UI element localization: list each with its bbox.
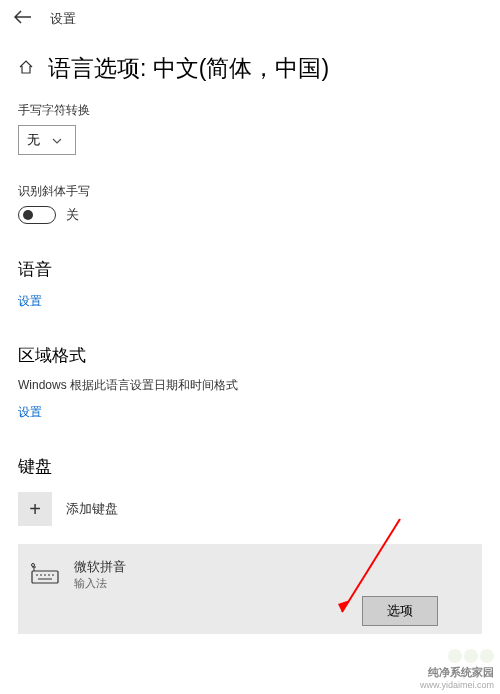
italic-handwriting-label: 识别斜体手写 xyxy=(18,183,482,200)
watermark: 纯净系统家园 www.yidaimei.com xyxy=(420,649,494,690)
svg-rect-0 xyxy=(32,571,58,583)
italic-handwriting-toggle[interactable] xyxy=(18,206,56,224)
handwriting-conversion-dropdown[interactable]: 无 xyxy=(18,125,76,155)
toggle-state-label: 关 xyxy=(66,206,79,224)
region-settings-link[interactable]: 设置 xyxy=(18,404,42,421)
page-title: 语言选项: 中文(简体，中国) xyxy=(48,53,329,84)
speech-heading: 语音 xyxy=(18,258,482,281)
keyboard-heading: 键盘 xyxy=(18,455,482,478)
plus-icon: + xyxy=(18,492,52,526)
region-heading: 区域格式 xyxy=(18,344,482,367)
home-icon[interactable] xyxy=(18,59,34,79)
dropdown-value: 无 xyxy=(27,131,40,149)
watermark-url: www.yidaimei.com xyxy=(420,680,494,690)
keyboard-item-subtitle: 输入法 xyxy=(74,576,126,591)
options-button[interactable]: 选项 xyxy=(362,596,438,626)
handwriting-conversion-label: 手写字符转换 xyxy=(18,102,482,119)
chevron-down-icon xyxy=(52,135,62,146)
keyboard-item[interactable]: 微软拼音 输入法 选项 xyxy=(18,544,482,634)
add-keyboard-button[interactable]: + 添加键盘 xyxy=(18,492,482,526)
keyboard-icon xyxy=(30,563,60,585)
watermark-logo-icon xyxy=(420,649,494,663)
region-description: Windows 根据此语言设置日期和时间格式 xyxy=(18,377,482,394)
back-button[interactable] xyxy=(14,8,32,29)
keyboard-item-name: 微软拼音 xyxy=(74,558,126,576)
speech-settings-link[interactable]: 设置 xyxy=(18,293,42,310)
add-keyboard-label: 添加键盘 xyxy=(66,500,118,518)
svg-point-7 xyxy=(32,564,35,567)
app-title: 设置 xyxy=(50,10,76,28)
toggle-knob xyxy=(23,210,33,220)
watermark-text: 纯净系统家园 xyxy=(420,665,494,680)
